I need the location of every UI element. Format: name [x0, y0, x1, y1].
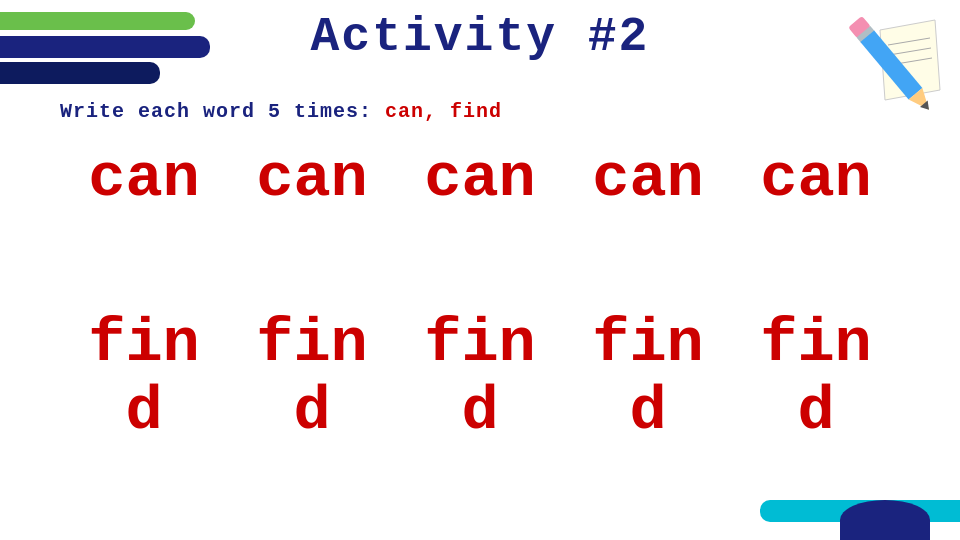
word-find-2: find — [256, 310, 368, 446]
word-can-1: can — [88, 145, 200, 213]
word-can-5: can — [760, 145, 872, 213]
subtitle-text: Write each word 5 times: — [60, 100, 385, 123]
decorative-bar-dark-navy — [0, 62, 160, 84]
word-can-2: can — [256, 145, 368, 213]
subtitle: Write each word 5 times: can, find — [60, 100, 502, 123]
word-can-3: can — [424, 145, 536, 213]
find-words-row: find find find find find — [60, 310, 900, 446]
word-find-4: find — [592, 310, 704, 446]
word-can-4: can — [592, 145, 704, 213]
can-words-row: can can can can can — [60, 145, 900, 213]
subtitle-highlight: can, find — [385, 100, 502, 123]
word-find-1: find — [88, 310, 200, 446]
word-find-3: find — [424, 310, 536, 446]
page-title: Activity #2 — [0, 10, 960, 64]
decorative-bar-navy-bottom — [840, 500, 930, 540]
word-find-5: find — [760, 310, 872, 446]
